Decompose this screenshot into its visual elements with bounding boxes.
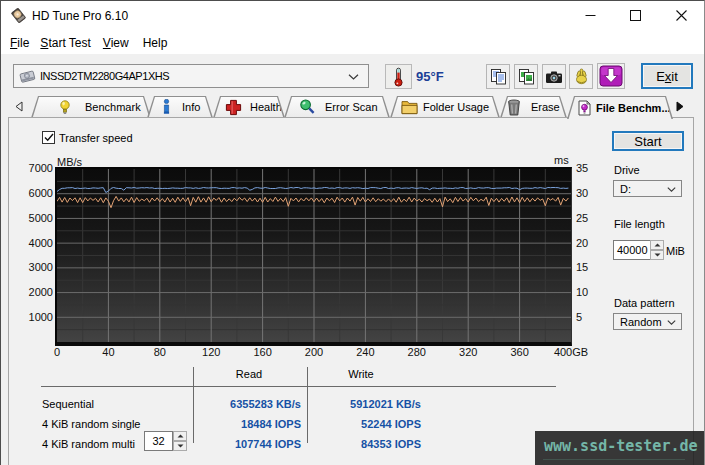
x-tick: 40 — [102, 346, 114, 358]
tab-health[interactable]: Health — [213, 96, 285, 118]
thermometer-icon — [392, 67, 405, 87]
close-button[interactable] — [659, 1, 704, 30]
benchmark-chart — [55, 167, 572, 346]
start-button[interactable]: Start — [612, 131, 684, 151]
spin-up-icon — [654, 243, 661, 247]
tab-error-scan[interactable]: Error Scan — [284, 96, 390, 118]
copy-text-icon — [490, 68, 507, 85]
chevron-down-icon — [348, 74, 359, 80]
camera-icon — [545, 70, 563, 84]
tab-bar: Benchmark Info Health — [1, 94, 704, 118]
x-tick: 240 — [356, 346, 374, 358]
tab-label: Erase — [531, 101, 560, 113]
drive-select-combobox[interactable]: INSSD2TM2280G4AP1XHS — [13, 64, 369, 88]
maximize-button[interactable] — [613, 1, 658, 30]
menu-view[interactable]: View — [103, 33, 129, 53]
menu-start-test[interactable]: Start Test — [40, 33, 90, 53]
hd-tune-window: HD Tune Pro 6.10 File Start Test View He… — [0, 0, 705, 465]
y-tick-right: 30 — [576, 187, 588, 199]
spin-down-button[interactable] — [173, 441, 187, 451]
x-tick: 200 — [305, 346, 323, 358]
tab-erase[interactable]: Erase — [500, 96, 567, 118]
results-read-random-multi: 107744 IOPS — [186, 438, 301, 450]
results-row-label: 4 KiB random single — [42, 418, 140, 430]
spin-down-button[interactable] — [650, 250, 664, 260]
y-tick-left: 7000 — [21, 162, 53, 174]
disk-icon — [19, 70, 36, 83]
file-length-unit: MiB — [666, 245, 685, 257]
results-column-read: Read — [189, 368, 309, 380]
transfer-speed-label: Transfer speed — [59, 132, 133, 144]
results-read-sequential: 6355283 KB/s — [186, 398, 301, 410]
folder-yellow-icon — [401, 100, 418, 115]
y-tick-right: 15 — [576, 261, 588, 273]
menu-help[interactable]: Help — [143, 33, 168, 53]
tab-label: Info — [182, 101, 200, 113]
screenshot-button[interactable] — [542, 64, 566, 89]
page-bulb-magenta-icon — [578, 100, 591, 116]
spin-down-icon — [654, 253, 661, 257]
file-benchmark-page: Transfer speed MB/s ms 10002000300040005… — [8, 117, 694, 465]
y-tick-left: 2000 — [21, 286, 53, 298]
drive-value: D: — [620, 183, 631, 195]
trash-gray-icon — [507, 99, 521, 116]
data-pattern-label: Data pattern — [614, 297, 675, 309]
close-icon — [676, 10, 687, 21]
menu-bar: File Start Test View Help — [1, 31, 704, 54]
hand-icon — [573, 68, 590, 85]
tab-benchmark[interactable]: Benchmark — [31, 96, 151, 118]
multi-thread-count-input[interactable]: 32 — [144, 431, 173, 451]
cross-red-icon — [225, 99, 242, 116]
x-tick: 360 — [510, 346, 528, 358]
copy-image-button[interactable] — [514, 64, 538, 89]
results-read-random-single: 18484 IOPS — [186, 418, 301, 430]
x-tick: 280 — [408, 346, 426, 358]
x-tick-last: 400GB — [554, 346, 588, 358]
y-tick-right: 35 — [576, 162, 588, 174]
tab-scroll-right-button[interactable] — [675, 101, 687, 113]
results-row-label: Sequential — [42, 398, 94, 410]
multi-thread-spinner — [173, 431, 187, 451]
results-write-random-multi: 84353 IOPS — [306, 438, 421, 450]
lightbulb-yellow-icon — [60, 100, 70, 115]
results-write-sequential: 5912021 KB/s — [306, 398, 421, 410]
exit-button[interactable]: Exit — [641, 63, 693, 89]
spin-up-button[interactable] — [650, 240, 664, 250]
temperature-value: 95°F — [416, 69, 444, 84]
data-pattern-value: Random — [620, 316, 662, 328]
drive-combobox[interactable]: D: — [613, 180, 682, 197]
spin-up-icon — [177, 434, 184, 438]
tab-file-benchmark[interactable]: File Benchm... — [567, 96, 673, 119]
save-download-button[interactable] — [597, 63, 625, 89]
chevron-down-icon — [667, 320, 676, 325]
y-tick-left: 4000 — [21, 237, 53, 249]
tab-label: Health — [250, 101, 282, 113]
donate-hand-button[interactable] — [569, 64, 593, 89]
chart-plot-area — [57, 169, 571, 342]
temperature-button[interactable] — [385, 64, 412, 89]
y-tick-right: 25 — [576, 212, 588, 224]
x-tick: 80 — [154, 346, 166, 358]
y-tick-right: 20 — [576, 237, 588, 249]
file-length-input[interactable]: 40000 — [613, 240, 651, 260]
y-tick-left: 6000 — [21, 187, 53, 199]
transfer-speed-checkbox[interactable]: Transfer speed — [42, 131, 133, 144]
watermark: www.ssd-tester.de — [535, 431, 705, 465]
results-header-rule — [41, 386, 556, 387]
tab-label: Folder Usage — [423, 101, 489, 113]
data-pattern-combobox[interactable]: Random — [613, 313, 682, 330]
spin-up-button[interactable] — [173, 431, 187, 441]
tab-info[interactable]: Info — [147, 96, 213, 118]
spin-down-icon — [177, 444, 184, 448]
tab-scroll-left-button[interactable] — [14, 101, 26, 113]
tab-label: File Benchm... — [596, 102, 671, 114]
copy-text-button[interactable] — [486, 64, 510, 89]
title-bar: HD Tune Pro 6.10 — [1, 1, 704, 31]
tab-folder-usage[interactable]: Folder Usage — [390, 96, 500, 118]
x-tick: 160 — [253, 346, 271, 358]
minimize-button[interactable] — [568, 1, 613, 30]
chevron-down-icon — [667, 187, 676, 192]
results-row-label: 4 KiB random multi — [42, 438, 135, 450]
file-length-spinner — [650, 240, 664, 260]
menu-file[interactable]: File — [10, 33, 29, 53]
